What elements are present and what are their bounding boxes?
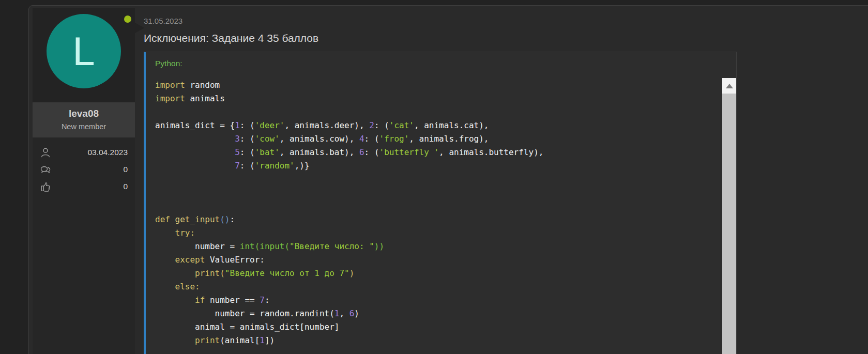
code-line: import random [155, 79, 713, 92]
code-line: print(animal[1]) [155, 334, 713, 347]
likes-icon [40, 181, 51, 192]
code-line [155, 173, 713, 186]
likes-count: 0 [123, 182, 128, 191]
user-role: New member [35, 122, 133, 131]
code-line: 3: ('cow', animals.cow), 4: ('frog', ani… [155, 132, 713, 146]
avatar-letter: L [72, 31, 95, 71]
user-icon [40, 147, 51, 158]
code-line: except ValueError: [155, 253, 713, 267]
code-line: animal = animals_dict[number] [155, 320, 713, 334]
code-line [155, 186, 713, 199]
avatar[interactable]: L [47, 14, 121, 88]
stat-row-likes: 0 [40, 180, 128, 193]
post-content: 31.05.2023 Исключения: Задание 4 35 балл… [144, 6, 868, 354]
code-line: number = int(input("Введите число: ")) [155, 240, 713, 253]
code-scrollbar[interactable] [722, 78, 736, 354]
code-line: if number == 7: [155, 294, 713, 307]
code-line [155, 199, 713, 213]
scroll-up-arrow-icon [726, 84, 733, 88]
messages-count: 0 [123, 165, 128, 174]
code-line: else: [155, 280, 713, 294]
code-body: import randomimport animals animals_dict… [146, 75, 736, 354]
code-line: number = random.randint(1, 6) [155, 307, 713, 320]
avatar-arrow [135, 23, 144, 33]
code-line: 7: ('random',)} [155, 159, 713, 173]
code-line: import animals [155, 92, 713, 105]
post-date[interactable]: 31.05.2023 [144, 17, 868, 25]
avatar-box: L [33, 8, 135, 102]
stat-row-messages: 0 [40, 163, 128, 176]
code-line: try: [155, 226, 713, 240]
username-bar: leva08 New member [33, 102, 135, 137]
user-stats: 03.04.2023 0 0 [33, 137, 135, 354]
username-link[interactable]: leva08 [35, 108, 133, 119]
stat-row-joined: 03.04.2023 [40, 146, 128, 159]
messages-icon [40, 164, 52, 175]
post-title: Исключения: Задание 4 35 баллов [144, 32, 868, 44]
code-block: Python: import randomimport animals anim… [144, 52, 737, 354]
code-line: animals_dict = {1: ('deer', animals.deer… [155, 119, 713, 132]
scrollbar-up-button[interactable] [722, 78, 736, 94]
code-line: 5: ('bat', animals.bat), 6: ('butterfly … [155, 146, 713, 159]
code-line: def get_input(): [155, 213, 713, 226]
joined-date: 03.04.2023 [87, 148, 128, 157]
user-cell: L leva08 New member 03.04.2023 [33, 8, 135, 354]
scrollbar-thumb[interactable] [722, 94, 736, 354]
online-status-icon [124, 16, 131, 23]
code-line [155, 105, 713, 119]
forum-post: L leva08 New member 03.04.2023 [28, 5, 868, 354]
code-language-label: Python: [146, 52, 736, 75]
code-line: print("Введите число от 1 до 7") [155, 267, 713, 280]
